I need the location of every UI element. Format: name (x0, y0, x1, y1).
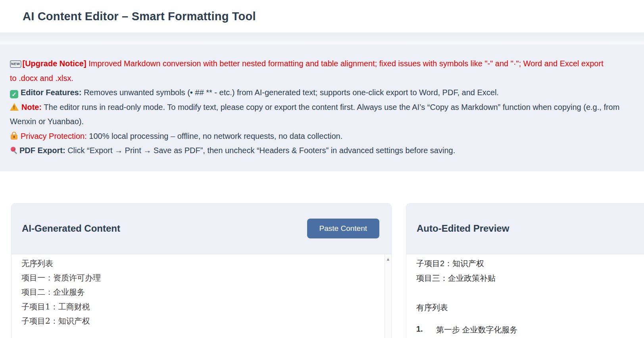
notice-line-pdf-export: PDF Export: Click “Export → Print → Save… (10, 143, 634, 158)
notice-line-upgrade: NEW[Upgrade Notice] Improved Markdown co… (10, 56, 634, 71)
notice-text: Improved Markdown conversion with better… (88, 59, 604, 68)
ordered-list-item: 1. 第一步 企业数字化服务 (416, 325, 644, 335)
check-icon (10, 90, 18, 98)
notice-label: [Upgrade Notice] (23, 59, 87, 68)
right-panel-title: Auto-Edited Preview (417, 223, 509, 234)
notice-label: Privacy Protection: (21, 132, 87, 140)
left-panel-header: AI-Generated Content Paste Content (12, 204, 391, 254)
notice-text: Removes unwanted symbols (• ## ** - etc.… (84, 88, 499, 97)
page-title: AI Content Editor – Smart Formatting Too… (23, 10, 256, 23)
lock-icon (11, 134, 17, 140)
notice-line-privacy: Privacy Protection: 100% local processin… (10, 129, 634, 144)
ordered-list-number: 1. (416, 325, 436, 335)
blank-line (416, 286, 644, 300)
preview-content-area: 子项目2：知识产权 项目三：企业政策补贴 有序列表 1. 第一步 企业数字化服务 (406, 254, 644, 335)
header-shadow (0, 33, 644, 44)
notice-text: Click “Export → Print → Save as PDF”, th… (67, 146, 455, 155)
app-header: AI Content Editor – Smart Formatting Too… (0, 0, 644, 33)
notice-text: The editor runs in read-only mode. To mo… (44, 103, 619, 111)
right-panel-body: 子项目2：知识产权 项目三：企业政策补贴 有序列表 1. 第一步 企业数字化服务 (406, 254, 644, 338)
editor-line: 子项目1：工商财税 (21, 300, 373, 314)
paste-content-button[interactable]: Paste Content (307, 219, 379, 238)
notice-label: Editor Features: (21, 88, 81, 97)
notice-label: PDF Export: (19, 146, 65, 155)
ai-generated-content-panel: AI-Generated Content Paste Content 无序列表 … (11, 203, 392, 338)
main-content: AI-Generated Content Paste Content 无序列表 … (0, 171, 644, 338)
scroll-up-arrow-icon[interactable]: ▲ (385, 254, 391, 261)
ordered-list-text: 第一步 企业数字化服务 (436, 325, 518, 335)
notice-line-upgrade-cont: to .docx and .xlsx. (10, 71, 634, 86)
notice-line-features: Editor Features: Removes unwanted symbol… (10, 85, 634, 100)
warning-icon (10, 103, 19, 111)
editor-vertical-scrollbar[interactable]: ▲ (384, 254, 391, 338)
editor-line: 项目二：企业服务 (21, 285, 373, 299)
notice-line-note: Note: The editor runs in read-only mode.… (10, 100, 634, 115)
left-panel-body: 无序列表 项目一：资质许可办理 项目二：企业服务 子项目1：工商财税 子项目2：… (12, 254, 391, 338)
preview-list-heading: 有序列表 (416, 300, 644, 315)
editor-line: 项目一：资质许可办理 (21, 271, 373, 285)
preview-line: 子项目2：知识产权 (416, 256, 644, 271)
right-panel-header: Auto-Edited Preview (406, 204, 644, 254)
new-icon: NEW (10, 60, 21, 68)
editor-content-area[interactable]: 无序列表 项目一：资质许可办理 项目二：企业服务 子项目1：工商财税 子项目2：… (12, 254, 391, 328)
auto-edited-preview-panel: Auto-Edited Preview 子项目2：知识产权 项目三：企业政策补贴… (406, 203, 644, 338)
editor-line: 无序列表 (21, 256, 373, 271)
notice-label: Note: (21, 103, 42, 111)
preview-line: 项目三：企业政策补贴 (416, 271, 644, 286)
editor-line: 子项目2：知识产权 (21, 314, 373, 328)
notice-section: NEW[Upgrade Notice] Improved Markdown co… (0, 44, 644, 171)
left-panel-title: AI-Generated Content (22, 223, 120, 234)
notice-line-note-cont: Wenxin or Yuanbao). (10, 114, 634, 129)
notice-text: 100% local processing – offline, no netw… (89, 132, 342, 140)
pin-icon (10, 147, 18, 155)
